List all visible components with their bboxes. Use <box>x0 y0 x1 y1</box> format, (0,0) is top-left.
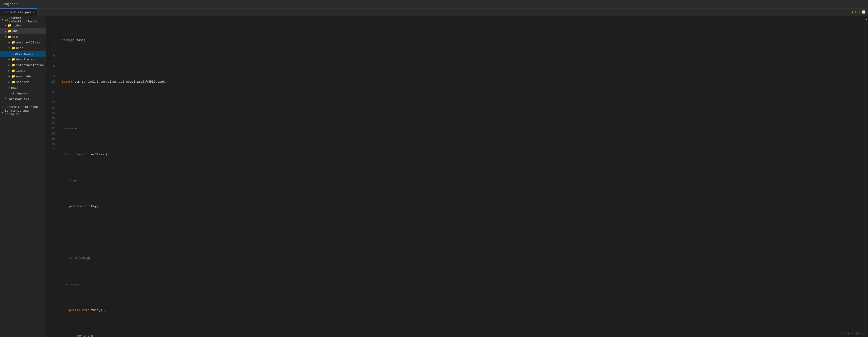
right-gutter: ▲ <box>864 16 868 337</box>
sidebar-item-src[interactable]: ▼ 📁 src <box>0 34 46 40</box>
sidebar-item-idea[interactable]: ▶ 📁 .idea <box>0 23 46 28</box>
project-title[interactable]: Project ▼ <box>2 2 18 6</box>
code-text <box>84 152 86 157</box>
method-func: func <box>91 308 98 313</box>
usage-hint: no usages <box>66 282 80 287</box>
sidebar-item-demoproject[interactable]: ▶ 📁 demoProject <box>0 57 46 62</box>
sidebar-item-lamda[interactable]: ▶ 📁 lamda <box>0 68 46 74</box>
folder-icon: 📁 <box>11 41 15 44</box>
code-line-10: int x = 0; <box>62 334 864 337</box>
chevron-down-icon: ▼ <box>8 47 10 49</box>
folder-icon: 📁 <box>11 75 15 78</box>
tabs-container: ☉ OuterClass.java × <box>0 8 37 16</box>
sidebar-item-label: scanner <box>16 80 29 84</box>
sidebar-item-abstractclass[interactable]: ▶ 📁 abstractClass <box>0 40 46 45</box>
keyword-package: package <box>62 38 74 43</box>
code-line-5: public class OuterClass { <box>62 152 864 157</box>
sidebar-item-label: base <box>16 46 23 50</box>
tab-bar-actions: ▲ 4 ≡ ⬜ <box>851 10 868 14</box>
chevron-right-icon: ▶ <box>5 24 6 27</box>
code-line-7 <box>62 230 864 235</box>
sidebar-item-label: External Libraries <box>5 105 38 109</box>
sidebar-item-outerclass[interactable]: ☉ OuterClass <box>0 51 46 57</box>
chevron-right-icon: ▶ <box>8 75 10 78</box>
sidebar-item-grammar-root[interactable]: ▼ 🗂 Grammar ~/Desktop/JavaCo... <box>0 17 46 23</box>
sidebar-item-scanner[interactable]: ▶ 📁 scanner <box>0 79 46 85</box>
code-text: key; <box>89 204 98 209</box>
tab-outer-class[interactable]: ☉ OuterClass.java × <box>0 8 37 16</box>
code-text: () { <box>98 308 106 313</box>
code-text <box>80 308 82 313</box>
code-line-6: private int key; <box>62 204 864 209</box>
sidebar-item-out[interactable]: ▶ 📁 out <box>0 28 46 34</box>
sidebar-item-override[interactable]: ▶ 📁 override <box>0 74 46 79</box>
tab-bar: ☉ OuterClass.java × ▲ 4 ≡ ⬜ <box>0 8 868 16</box>
sidebar-item-label: .idea <box>12 24 22 27</box>
code-line-1: package base; <box>62 38 864 43</box>
usage-hint: 1 usage <box>66 178 77 183</box>
folder-icon: 📁 <box>11 69 15 73</box>
chevron-down-icon: ▼ <box>16 3 18 5</box>
indent <box>62 308 69 313</box>
code-line-8: // 局部内部类 <box>62 256 864 261</box>
keyword-class: class <box>74 152 84 157</box>
sidebar-item-label: out <box>12 30 18 33</box>
warning-count[interactable]: ▲ 4 <box>851 11 857 14</box>
sidebar-item-label: override <box>16 75 31 78</box>
java-file-icon: ☉ <box>3 11 4 14</box>
chevron-right-icon: ▶ <box>8 64 10 67</box>
indent <box>62 204 69 209</box>
tab-label: OuterClass.java <box>6 11 31 14</box>
code-editor[interactable]: 5 6 7 8 9 10 11 12 13 14 15 16 17 18 19 … <box>46 16 868 337</box>
chevron-right-icon: ▶ <box>5 30 6 33</box>
sidebar-item-label: lamda <box>16 69 25 73</box>
editor-area: 5 6 7 8 9 10 11 12 13 14 15 16 17 18 19 … <box>46 16 868 337</box>
code-text <box>89 308 91 313</box>
folder-icon: 📁 <box>7 35 11 39</box>
line-numbers: 5 6 7 8 9 10 11 12 13 14 15 16 17 18 19 … <box>46 16 58 337</box>
title-bar: Project ▼ <box>0 0 868 8</box>
code-hint-no-usages-2: no usages <box>62 282 864 287</box>
sidebar: ▼ 🗂 Grammar ~/Desktop/JavaCo... ▶ 📁 .ide… <box>0 16 46 337</box>
sidebar-item-label: src <box>12 35 18 39</box>
folder-icon: 📁 <box>11 46 15 50</box>
code-text: x = <box>82 334 91 337</box>
sidebar-item-label: Grammar.iml <box>9 98 29 101</box>
usage-hint: no usages <box>64 126 78 131</box>
maximize-icon[interactable]: ⬜ <box>862 10 866 14</box>
code-line-3: import com.sun.xml.internal.ws.api.model… <box>62 79 864 85</box>
class-name: OuterClass <box>86 152 104 157</box>
project-folder-icon: 🗂 <box>5 18 8 22</box>
file-icon: ◻ <box>5 97 8 101</box>
keyword-void: void <box>82 308 89 313</box>
code-content[interactable]: package base; import com.sun.xml.interna… <box>58 16 864 337</box>
watermark: CSDN @cccc某汪rrr <box>840 332 865 335</box>
code-hint-no-usages-1: no usages <box>62 126 864 131</box>
code-line-2 <box>62 59 864 64</box>
sidebar-item-main[interactable]: ◎ Main <box>0 85 46 91</box>
chevron-right-icon: ▶ <box>8 58 10 61</box>
type-int: int <box>84 204 89 209</box>
tab-close-icon[interactable]: × <box>33 11 34 14</box>
folder-icon: 📁 <box>11 80 15 84</box>
sidebar-item-gitignore[interactable]: ◻ .gitignore <box>0 91 46 96</box>
chevron-right-icon: ▶ <box>2 105 3 108</box>
warning-indicator[interactable]: ▲ <box>866 18 868 21</box>
chevron-right-icon: ▶ <box>2 111 3 114</box>
sidebar-item-label: abstractClass <box>16 41 40 44</box>
keyword-private: private <box>69 204 82 209</box>
code-text: base; <box>74 38 86 43</box>
number-0: 0 <box>91 334 93 337</box>
sidebar-item-interfaceaction[interactable]: ▶ 📁 interfaceAction <box>0 62 46 68</box>
java-main-icon: ◎ <box>8 86 10 90</box>
code-text: com.sun.xml.internal.ws.api.model.wsdl.W… <box>73 79 167 85</box>
more-options-icon[interactable]: ≡ <box>859 11 860 14</box>
chevron-right-icon: ▶ <box>8 41 10 44</box>
sidebar-item-label: demoProject <box>16 58 36 61</box>
sidebar-item-base[interactable]: ▼ 📁 base <box>0 45 46 51</box>
file-icon: ◻ <box>5 92 8 95</box>
sidebar-item-scratches-consoles[interactable]: ▶ Scratches and Consoles <box>0 110 46 115</box>
keyword-public: public <box>69 308 80 313</box>
sidebar-item-grammar-iml[interactable]: ◻ Grammar.iml <box>0 96 46 102</box>
code-text: ; <box>93 334 95 337</box>
